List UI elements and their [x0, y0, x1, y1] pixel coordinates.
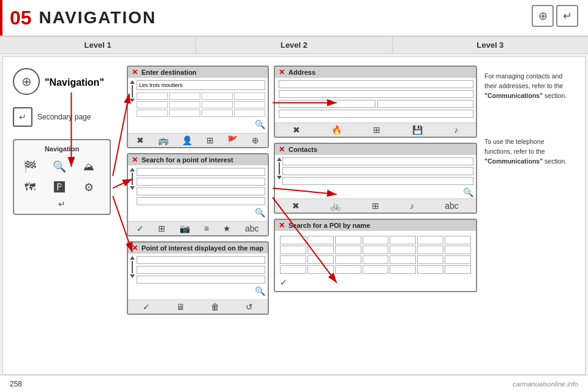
left-nav-indicators	[130, 80, 135, 102]
search-poi-body: 🔍	[128, 165, 268, 221]
addr-x-icon: ✖	[293, 125, 300, 135]
flag-icon: 🏁	[19, 157, 41, 176]
monitor-icon: 🖥	[176, 302, 185, 312]
refresh-icon: ↺	[246, 302, 253, 312]
settings-icon: ⚙	[78, 178, 100, 197]
abc2-icon: abc	[445, 201, 459, 211]
contacts-grid-icon: ⊞	[372, 201, 379, 211]
level2-column: ✕ Enter destination Les trois moutiers	[124, 63, 271, 368]
photo-icon: 📷	[179, 224, 190, 233]
contacts-indicators	[277, 157, 282, 179]
down-tri-3	[130, 274, 135, 278]
poi-map-screen: ✕ Point of interest displayed on the map	[127, 241, 269, 315]
person-icon: 👤	[182, 135, 192, 145]
nav-menu-title: Navigation	[19, 145, 105, 153]
enter-destination-screen: ✕ Enter destination Les trois moutiers	[127, 66, 269, 148]
level1-header: Level 1	[0, 37, 196, 53]
bike-icon: 🚲	[330, 201, 341, 211]
fire-icon: 🔥	[331, 125, 342, 135]
addr-grid-icon: ⊞	[373, 125, 380, 135]
watermark: carmanualsonline.info	[513, 380, 578, 388]
landscape-icon: ⛰	[78, 157, 100, 176]
vert-line-2	[132, 173, 133, 185]
grid-icon: ⊞	[206, 135, 214, 145]
poi-grid-icon: ⊞	[158, 224, 165, 233]
enter-dest-footer: ✖ 🚌 👤 ⊞ 🚩 ⊕	[128, 133, 268, 147]
poi-keyboard	[277, 233, 473, 276]
address-footer: ✖ 🔥 ⊞ 💾 ♪	[275, 123, 476, 137]
level3-column: ✕ Address ✖ 🔥	[271, 63, 480, 368]
close-contacts: ✕	[279, 145, 285, 154]
secondary-page-icon: ↵	[13, 107, 32, 127]
chapter-title: NAVIGATION	[39, 8, 157, 28]
navigation-menu-box: Navigation 🏁 🔍 ⛰ 🗺 🅿 ⚙ ↵	[13, 139, 111, 215]
close-poi-map: ✕	[132, 244, 138, 252]
compass-icon: ⊕	[532, 5, 554, 27]
poi-name-screen: ✕ Search for a POI by name	[274, 219, 477, 292]
up-tri-c	[277, 157, 282, 161]
contacts-body: 🔍	[275, 155, 476, 197]
poi-map-indicators	[130, 256, 135, 278]
poi-name-body: ✓	[275, 231, 476, 291]
delete-icon: 🗑	[211, 302, 219, 312]
dest-input-value[interactable]: Les trois moutiers	[139, 82, 183, 88]
info-column: For managing contacts andtheir addresses…	[480, 63, 580, 368]
level2-header: Level 2	[196, 37, 392, 53]
music-icon: ♪	[454, 125, 458, 135]
chapter-number: 05	[10, 7, 32, 29]
list-icon: ≡	[204, 224, 209, 233]
up-tri-3	[130, 256, 135, 260]
close-enter-dest: ✕	[132, 68, 138, 77]
star-icon: ★	[223, 224, 231, 233]
enter-dest-body: Les trois moutiers	[128, 78, 268, 133]
back-button[interactable]: ↵	[19, 199, 105, 209]
check-icon: ✓	[137, 224, 144, 233]
contacts-title: ✕ Contacts	[275, 144, 476, 155]
up-tri-2	[130, 168, 135, 172]
search-poi-screen: ✕ Search for a point of interest	[127, 153, 269, 236]
down-tri-2	[130, 186, 135, 190]
search-poi-icon: 🔍	[48, 157, 70, 176]
save-icon: 💾	[412, 125, 423, 135]
note-icon: ♪	[410, 201, 414, 211]
nav-menu-grid: 🏁 🔍 ⛰ 🗺 🅿 ⚙	[19, 157, 105, 197]
address-title: ✕ Address	[275, 67, 476, 78]
enter-dest-title: ✕ Enter destination	[128, 67, 268, 78]
compass-nav-icon: ⊕	[13, 68, 40, 95]
address-body	[275, 78, 476, 123]
target-icon: ⊕	[252, 135, 259, 145]
vert-line-c	[279, 162, 280, 175]
truck-icon: 🚌	[158, 135, 168, 145]
contacts-footer: ✖ 🚲 ⊞ ♪ abc	[275, 198, 476, 213]
header-accent-bar	[0, 0, 2, 36]
secondary-page-row: ↵ Secondary page	[13, 107, 119, 127]
parking-icon: 🅿	[48, 178, 70, 197]
abc-icon: abc	[245, 224, 259, 233]
down-tri-c	[277, 176, 282, 179]
level3-header: Level 3	[393, 37, 588, 53]
level-header-row: Level 1 Level 2 Level 3	[0, 37, 588, 54]
poi-map-title: ✕ Point of interest displayed on the map	[128, 243, 268, 254]
contacts-screen: ✕ Contacts 🔍	[274, 143, 477, 214]
close-poi-name: ✕	[279, 221, 285, 230]
address-screen: ✕ Address ✖ 🔥	[274, 66, 477, 138]
level1-column: ⊕ "Navigation" ↵ Secondary page Navigati…	[8, 63, 124, 368]
dest-grid	[137, 92, 265, 117]
page-icon: ↵	[556, 5, 578, 27]
address-info-text: For managing contacts andtheir addresses…	[484, 72, 575, 100]
close-address: ✕	[279, 68, 285, 77]
up-triangle	[130, 80, 135, 84]
page-header: 05 NAVIGATION ⊕ ↵	[0, 0, 588, 37]
search-poi-indicators	[130, 168, 135, 190]
page-number: 258	[10, 380, 22, 388]
poi-name-title: ✕ Search for a POI by name	[275, 220, 476, 231]
search-poi-footer: ✓ ⊞ 📷 ≡ ★ abc	[128, 221, 268, 235]
contacts-x-icon: ✖	[292, 201, 300, 211]
search-poi-title: ✕ Search for a point of interest	[128, 154, 268, 165]
poi-map-body: 🔍	[128, 254, 268, 300]
header-icons: ⊕ ↵	[532, 5, 578, 27]
nav-title-row: ⊕ "Navigation"	[13, 68, 119, 97]
map-icon: 🗺	[19, 178, 41, 197]
vert-line-3	[132, 261, 133, 273]
check2-icon: ✓	[143, 302, 150, 312]
